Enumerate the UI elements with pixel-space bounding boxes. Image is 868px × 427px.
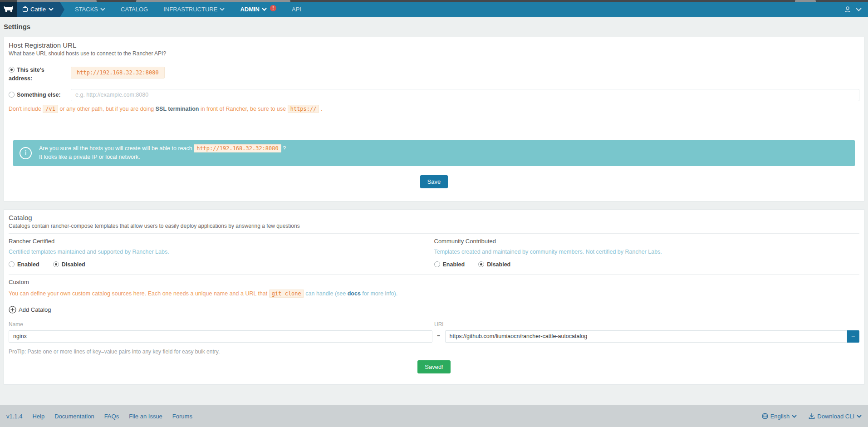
nav-items: STACKS CATALOG INFRASTRUCTURE ADMIN ! AP… bbox=[67, 2, 309, 17]
rancher-certified-enabled-label[interactable]: Enabled bbox=[17, 261, 39, 268]
banner-url-chip: http://192.168.32.32:8080 bbox=[194, 144, 281, 152]
protip-text: ProTip: Paste one or more lines of key=v… bbox=[9, 348, 859, 355]
footer-link-documentation[interactable]: Documentation bbox=[54, 413, 94, 420]
banner-line-2: It looks like a private IP or local netw… bbox=[39, 153, 286, 162]
host-registration-card: Host Registration URL What base URL shou… bbox=[4, 37, 864, 201]
user-icon[interactable] bbox=[844, 6, 851, 13]
banner-line-1: Are you sure all the hosts you will crea… bbox=[39, 144, 286, 153]
rancher-certified-column: Rancher Certified Certified templates ma… bbox=[9, 238, 434, 268]
catalog-name-input[interactable] bbox=[9, 330, 432, 343]
language-selector[interactable]: English bbox=[762, 413, 797, 420]
option-something-else-label[interactable]: Something else: bbox=[9, 91, 66, 99]
nav-item-admin[interactable]: ADMIN ! bbox=[232, 2, 284, 17]
nav-item-stacks[interactable]: STACKS bbox=[67, 2, 113, 17]
rancher-certified-disabled-label[interactable]: Disabled bbox=[62, 261, 85, 268]
custom-note: You can define your own custom catalog s… bbox=[9, 290, 859, 297]
ssl-termination-text: SSL termination bbox=[156, 106, 199, 112]
host-registration-title: Host Registration URL bbox=[9, 41, 859, 49]
footer-link-file-an-issue[interactable]: File an Issue bbox=[129, 413, 162, 420]
chevron-down-icon bbox=[49, 8, 54, 11]
globe-icon bbox=[762, 413, 768, 419]
info-icon: i bbox=[20, 147, 32, 159]
equals-separator: = bbox=[432, 333, 445, 339]
divider bbox=[9, 274, 859, 275]
url-column-label: URL bbox=[434, 321, 847, 328]
catalog-card: Catalog Catalogs contain rancher-compose… bbox=[4, 209, 864, 385]
chevron-down-icon bbox=[792, 415, 797, 418]
community-enabled-label[interactable]: Enabled bbox=[443, 261, 465, 268]
settings-page: Settings Host Registration URL What base… bbox=[0, 17, 868, 385]
community-enabled-radio[interactable] bbox=[434, 261, 440, 267]
nav-item-infrastructure[interactable]: INFRASTRUCTURE bbox=[156, 2, 232, 17]
community-contributed-column: Community Contributed Templates created … bbox=[434, 238, 860, 268]
catalog-title: Catalog bbox=[9, 214, 859, 221]
divider bbox=[9, 61, 859, 61]
custom-title: Custom bbox=[9, 279, 859, 285]
environment-name: Cattle bbox=[30, 6, 46, 13]
chevron-down-icon bbox=[220, 8, 225, 11]
footer-link-forums[interactable]: Forums bbox=[172, 413, 192, 420]
plus-circle-icon bbox=[9, 306, 16, 314]
catalog-entry-row: = − bbox=[9, 330, 859, 343]
rancher-certified-description: Certified templates maintained and suppo… bbox=[9, 249, 425, 255]
option-this-site-label[interactable]: This site's address: bbox=[9, 66, 66, 83]
version-label: v1.1.4 bbox=[6, 413, 22, 420]
community-contributed-description: Templates created and maintained by comm… bbox=[434, 249, 851, 255]
browser-tab-fragment bbox=[136, 0, 290, 2]
name-column-label: Name bbox=[9, 321, 422, 328]
environment-icon bbox=[23, 7, 28, 12]
community-disabled-radio[interactable] bbox=[478, 261, 484, 267]
host-registration-subtitle: What base URL should hosts use to connec… bbox=[9, 50, 859, 57]
catalog-subtitle: Catalogs contain rancher-compose templat… bbox=[9, 223, 859, 229]
option-something-else-row: Something else: bbox=[9, 89, 859, 101]
page-title: Settings bbox=[4, 17, 864, 37]
remove-catalog-button[interactable]: − bbox=[847, 330, 859, 343]
registration-note: Don't include /v1 or any other path, but… bbox=[9, 106, 859, 112]
save-button[interactable]: Save bbox=[420, 175, 448, 188]
nav-item-catalog[interactable]: CATALOG bbox=[113, 2, 156, 17]
rancher-certified-disabled-radio[interactable] bbox=[53, 261, 59, 267]
git-clone-code-chip: git clone bbox=[269, 290, 304, 298]
https-code-chip: https:// bbox=[288, 105, 319, 113]
download-icon bbox=[809, 413, 815, 419]
footer-link-faqs[interactable]: FAQs bbox=[104, 413, 119, 420]
footer-link-help[interactable]: Help bbox=[32, 413, 44, 420]
environment-arrow bbox=[60, 2, 64, 17]
option-this-site-row: This site's address: http://192.168.32.3… bbox=[9, 66, 859, 83]
chevron-down-icon bbox=[262, 8, 267, 11]
rancher-certified-enabled-radio[interactable] bbox=[9, 261, 15, 267]
admin-alert-badge: ! bbox=[270, 5, 276, 11]
nav-item-api[interactable]: API bbox=[284, 2, 309, 17]
cow-icon bbox=[3, 5, 14, 14]
divider bbox=[9, 233, 859, 234]
v1-code-chip: /v1 bbox=[43, 105, 58, 113]
saved-button[interactable]: Saved! bbox=[417, 360, 450, 373]
chevron-down-icon bbox=[100, 8, 105, 11]
site-address-value: http://192.168.32.32:8080 bbox=[71, 67, 165, 79]
add-catalog-button[interactable]: Add Catalog bbox=[9, 306, 51, 314]
chevron-down-icon bbox=[857, 415, 862, 418]
rancher-certified-title: Rancher Certified bbox=[9, 238, 425, 245]
community-disabled-label[interactable]: Disabled bbox=[487, 261, 510, 268]
nav-right bbox=[844, 2, 868, 17]
community-contributed-title: Community Contributed bbox=[434, 238, 851, 245]
this-site-radio[interactable] bbox=[9, 67, 15, 73]
reachability-warning-banner: i Are you sure all the hosts you will cr… bbox=[13, 140, 855, 166]
rancher-logo[interactable] bbox=[0, 2, 17, 17]
browser-frame-sliver bbox=[0, 0, 868, 2]
top-navbar: Cattle STACKS CATALOG INFRASTRUCTURE ADM… bbox=[0, 2, 868, 17]
browser-tab-fragment bbox=[795, 0, 816, 2]
user-menu-chevron-icon[interactable] bbox=[856, 8, 862, 11]
download-cli-menu[interactable]: Download CLI bbox=[809, 413, 862, 420]
catalog-url-input[interactable] bbox=[445, 330, 848, 343]
environment-selector[interactable]: Cattle bbox=[17, 2, 60, 17]
something-else-radio[interactable] bbox=[9, 92, 15, 98]
something-else-input[interactable] bbox=[71, 89, 859, 101]
docs-link[interactable]: docs bbox=[348, 290, 361, 297]
footer: v1.1.4 Help Documentation FAQs File an I… bbox=[0, 405, 868, 427]
